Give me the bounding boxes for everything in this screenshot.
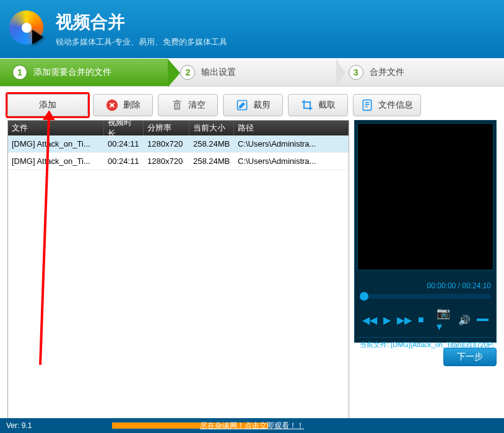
table-row[interactable]: [DMG] Attack_on_Ti... 00:24:11 1280x720 … xyxy=(8,153,349,170)
footer: Ver: 9.1 尽在杂谈网！点击立即观看！！ xyxy=(0,418,504,433)
capture-button[interactable]: 截取 xyxy=(288,94,348,116)
step-3-merge[interactable]: 3 合并文件 xyxy=(336,59,504,86)
col-size-header[interactable]: 当前大小 xyxy=(189,121,234,135)
step-number: 2 xyxy=(180,65,195,80)
file-list-panel: 文件 视频时长 分辨率 当前大小 路径 [DMG] Attack_on_Ti..… xyxy=(7,120,349,433)
step-number: 1 xyxy=(12,65,27,80)
crop-icon xyxy=(301,99,313,111)
seek-slider[interactable] xyxy=(360,294,491,299)
step-2-output-settings[interactable]: 2 输出设置 xyxy=(168,59,336,86)
camera-icon[interactable]: 📷▾ xyxy=(437,306,452,333)
seek-thumb[interactable] xyxy=(360,292,368,301)
col-duration-header[interactable]: 视频时长 xyxy=(104,121,144,135)
table-body: [DMG] Attack_on_Ti... 00:24:11 1280x720 … xyxy=(8,135,349,170)
volume-icon[interactable]: 🔊 xyxy=(458,314,471,326)
table-header: 文件 视频时长 分辨率 当前大小 路径 xyxy=(8,121,349,135)
delete-icon xyxy=(106,99,118,111)
col-path-header[interactable]: 路径 xyxy=(234,121,349,135)
add-button[interactable]: 添加 xyxy=(7,94,88,116)
stop-icon[interactable]: ■ xyxy=(418,314,424,325)
table-row[interactable]: [DMG] Attack_on_Ti... 00:24:11 1280x720 … xyxy=(8,135,349,153)
app-title: 视频合并 xyxy=(56,11,227,34)
volume-bar[interactable] xyxy=(477,319,489,321)
step-number: 3 xyxy=(349,65,363,80)
version-label: Ver: 9.1 xyxy=(6,421,32,430)
video-preview[interactable] xyxy=(357,123,493,270)
delete-button[interactable]: 删除 xyxy=(93,94,153,116)
toolbar: 添加 删除 清空 裁剪 截取 文件信息 xyxy=(7,94,497,116)
step-1-add-files[interactable]: 1 添加需要合并的文件 xyxy=(0,59,168,86)
preview-panel: 00:00:00 / 00:24:10 ◀◀ ▶ ▶▶ ■ 📷▾ 🔊 当前文件:… xyxy=(354,120,497,433)
col-resolution-header[interactable]: 分辨率 xyxy=(144,121,189,135)
app-header: 视频合并 锐动多媒体工具-专业、易用、免费的多媒体工具 xyxy=(0,0,504,58)
col-file-header[interactable]: 文件 xyxy=(8,121,104,135)
prev-icon[interactable]: ◀◀ xyxy=(362,314,377,326)
app-subtitle: 锐动多媒体工具-专业、易用、免费的多媒体工具 xyxy=(56,36,227,48)
clear-button[interactable]: 清空 xyxy=(158,94,218,116)
info-icon xyxy=(361,99,373,111)
file-info-button[interactable]: 文件信息 xyxy=(353,94,421,116)
edit-icon xyxy=(236,99,248,111)
playback-time: 00:00:00 / 00:24:10 xyxy=(357,281,493,290)
steps-bar: 1 添加需要合并的文件 2 输出设置 3 合并文件 xyxy=(0,58,504,87)
app-logo xyxy=(9,11,46,48)
trim-button[interactable]: 裁剪 xyxy=(223,94,283,116)
next-icon[interactable]: ▶▶ xyxy=(397,314,412,326)
play-icon[interactable]: ▶ xyxy=(383,314,391,326)
footer-link[interactable]: 尽在杂谈网！点击立即观看！！ xyxy=(200,421,304,431)
trash-icon xyxy=(171,99,183,111)
current-file-label: 当前文件: [DMG][Attack_on_Titan][31][720P][G… xyxy=(357,337,493,352)
